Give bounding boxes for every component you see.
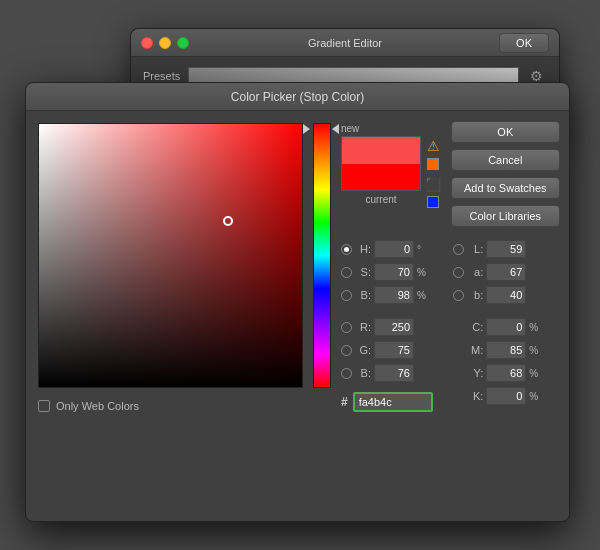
- swatch-current: [342, 164, 420, 191]
- K-label: K:: [467, 390, 483, 402]
- K-field-row: K: %: [453, 386, 559, 406]
- b-input[interactable]: [486, 286, 526, 304]
- saturation-label: S:: [355, 266, 371, 278]
- web-safe-color-box: [427, 196, 439, 208]
- L-label: L:: [467, 243, 483, 255]
- green-input[interactable]: [374, 341, 414, 359]
- saturation-input[interactable]: [374, 263, 414, 281]
- color-libraries-button[interactable]: Color Libraries: [451, 205, 560, 227]
- only-web-colors-label: Only Web Colors: [56, 400, 139, 412]
- green-field-row: G:: [341, 340, 447, 360]
- L-input[interactable]: [486, 240, 526, 258]
- blue-field-row: B:: [341, 363, 447, 383]
- traffic-lights: [141, 37, 189, 49]
- cp-titlebar: Color Picker (Stop Color): [26, 83, 569, 111]
- Y-input[interactable]: [486, 364, 526, 382]
- C-input[interactable]: [486, 318, 526, 336]
- K-unit: %: [529, 391, 539, 402]
- close-button[interactable]: [141, 37, 153, 49]
- minimize-button[interactable]: [159, 37, 171, 49]
- hue-arrow-left-icon: [303, 124, 310, 134]
- a-input[interactable]: [486, 263, 526, 281]
- hex-hash: #: [341, 395, 348, 409]
- fields-right: L: a: b:: [453, 239, 559, 509]
- Y-field-row: Y: %: [453, 363, 559, 383]
- add-to-swatches-button[interactable]: Add to Swatches: [451, 177, 560, 199]
- b-label: b:: [467, 289, 483, 301]
- hue-radio[interactable]: [341, 244, 352, 255]
- red-field-row: R:: [341, 317, 447, 337]
- cancel-button[interactable]: Cancel: [451, 149, 560, 171]
- b-radio[interactable]: [453, 290, 464, 301]
- gradient-editor-ok-button[interactable]: OK: [499, 33, 549, 53]
- green-radio[interactable]: [341, 345, 352, 356]
- cp-body: Only Web Colors new: [26, 111, 569, 521]
- M-label: M:: [467, 344, 483, 356]
- brightness-input[interactable]: [374, 286, 414, 304]
- hue-arrow-right-icon: [332, 124, 339, 134]
- alert-triangle-icon: ⚠: [427, 138, 440, 154]
- hex-input[interactable]: [353, 392, 433, 412]
- swatch-labels: new: [341, 123, 441, 134]
- gamut-warning-color-box: [427, 158, 439, 170]
- saturation-unit: %: [417, 267, 427, 278]
- blue-input[interactable]: [374, 364, 414, 382]
- hue-slider-track: [313, 123, 331, 388]
- color-picker-window: Color Picker (Stop Color) Only Web Color…: [25, 82, 570, 522]
- color-gradient-area[interactable]: [38, 123, 303, 388]
- M-input[interactable]: [486, 341, 526, 359]
- maximize-button[interactable]: [177, 37, 189, 49]
- hue-unit: °: [417, 244, 427, 255]
- K-input[interactable]: [486, 387, 526, 405]
- darkness-overlay: [39, 124, 302, 387]
- cube-icon: ⬛: [425, 177, 441, 192]
- C-label: C:: [467, 321, 483, 333]
- gradient-editor-title: Gradient Editor: [308, 37, 382, 49]
- new-label: new: [341, 123, 359, 134]
- hue-label: H:: [355, 243, 371, 255]
- M-field-row: M: %: [453, 340, 559, 360]
- swatch-new: [342, 137, 420, 164]
- hue-slider[interactable]: [313, 123, 331, 388]
- brightness-label: B:: [355, 289, 371, 301]
- a-field-row: a:: [453, 262, 559, 282]
- swatch-icons-col: ⚠ ⬛: [425, 136, 441, 208]
- red-radio[interactable]: [341, 322, 352, 333]
- hex-row: #: [341, 392, 447, 412]
- ok-button[interactable]: OK: [451, 121, 560, 143]
- gradient-editor-titlebar: Gradient Editor OK: [131, 29, 559, 57]
- a-label: a:: [467, 266, 483, 278]
- fields-area: H: ° S: % B:: [341, 239, 560, 509]
- brightness-field-row: B: %: [341, 285, 447, 305]
- Y-label: Y:: [467, 367, 483, 379]
- swatch-block[interactable]: [341, 136, 421, 191]
- fields-left: H: ° S: % B:: [341, 239, 447, 509]
- brightness-unit: %: [417, 290, 427, 301]
- cp-title: Color Picker (Stop Color): [231, 90, 364, 104]
- hue-input[interactable]: [374, 240, 414, 258]
- preview-and-buttons: new current: [341, 123, 560, 227]
- hue-slider-thumb: [308, 126, 334, 128]
- red-input[interactable]: [374, 318, 414, 336]
- current-label: current: [341, 193, 421, 205]
- only-web-colors-row: Only Web Colors: [38, 400, 303, 412]
- blue-label: B:: [355, 367, 371, 379]
- swatch-block-wrapper: current: [341, 136, 421, 191]
- brightness-radio[interactable]: [341, 290, 352, 301]
- color-gradient-section: Only Web Colors: [38, 123, 303, 509]
- swatch-preview-section: new current: [341, 123, 441, 208]
- L-radio[interactable]: [453, 244, 464, 255]
- M-unit: %: [529, 345, 539, 356]
- b-field-row: b:: [453, 285, 559, 305]
- blue-radio[interactable]: [341, 368, 352, 379]
- saturation-radio[interactable]: [341, 267, 352, 278]
- presets-label: Presets: [143, 70, 180, 82]
- a-radio[interactable]: [453, 267, 464, 278]
- hue-field-row: H: °: [341, 239, 447, 259]
- Y-unit: %: [529, 368, 539, 379]
- only-web-colors-checkbox[interactable]: [38, 400, 50, 412]
- C-unit: %: [529, 322, 539, 333]
- color-gradient-canvas[interactable]: [38, 123, 303, 388]
- green-label: G:: [355, 344, 371, 356]
- cp-buttons: OK Cancel Add to Swatches Color Librarie…: [451, 121, 560, 227]
